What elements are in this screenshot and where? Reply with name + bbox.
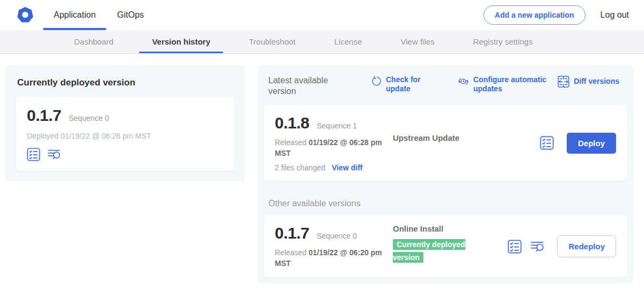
- diff-versions-button[interactable]: Diff versions: [558, 75, 619, 88]
- tab-license-label: License: [334, 37, 362, 46]
- deployed-actions: [27, 148, 223, 161]
- view-config-icon[interactable]: [540, 136, 554, 150]
- tab-view-files[interactable]: View files: [384, 30, 450, 53]
- deploy-button[interactable]: Deploy: [567, 133, 616, 154]
- logout-link[interactable]: Log out: [601, 10, 629, 20]
- available-versions-panel: Latest available version Check for updat…: [258, 66, 633, 284]
- other-source-label: Online Install: [393, 224, 508, 233]
- refresh-icon: [371, 76, 382, 87]
- deployed-version-number: 0.1.7: [27, 106, 61, 125]
- view-logs-icon[interactable]: [47, 148, 62, 161]
- add-application-button[interactable]: Add a new application: [484, 5, 586, 25]
- latest-available-title: Latest available version: [268, 75, 341, 97]
- diff-icon: [558, 76, 569, 88]
- tab-version-history[interactable]: Version history: [136, 30, 226, 53]
- latest-source-column: Upstream Update: [390, 114, 540, 172]
- view-logs-icon[interactable]: [530, 240, 545, 254]
- view-config-icon[interactable]: [508, 240, 522, 254]
- view-config-icon[interactable]: [27, 148, 40, 161]
- tab-dashboard-label: Dashboard: [74, 37, 113, 46]
- currently-deployed-panel: Currently deployed version 0.1.7 Sequenc…: [5, 66, 245, 182]
- other-version-card: 0.1.7 Sequence 0 Released 01/19/22 @ 06:…: [264, 215, 627, 277]
- released-prefix: Released: [275, 138, 309, 147]
- latest-version-number: 0.1.8: [275, 114, 309, 132]
- latest-sequence-label: Sequence 1: [317, 121, 357, 130]
- configure-automatic-updates-button[interactable]: Configure automatic updates: [458, 75, 554, 93]
- tab-application[interactable]: Application: [43, 0, 106, 30]
- other-version-number: 0.1.7: [275, 224, 309, 242]
- primary-nav: Application GitOps: [43, 0, 155, 30]
- currently-deployed-title: Currently deployed version: [17, 77, 234, 88]
- other-version-actions: Redeploy: [508, 224, 616, 269]
- available-header: Latest available version Check for updat…: [268, 75, 623, 97]
- latest-version-actions: Deploy: [540, 114, 616, 172]
- check-for-update-label: Check for update: [386, 75, 425, 93]
- main-content: Currently deployed version 0.1.7 Sequenc…: [0, 54, 644, 284]
- tab-application-label: Application: [54, 10, 96, 20]
- app-subnav: Dashboard Version history Troubleshoot L…: [0, 30, 644, 54]
- tab-view-files-label: View files: [400, 37, 434, 46]
- tab-registry-settings[interactable]: Registry settings: [457, 30, 549, 53]
- app-logo[interactable]: [0, 0, 43, 30]
- latest-source-label: Upstream Update: [393, 133, 540, 142]
- deployed-version-row: 0.1.7 Sequence 0: [27, 106, 223, 125]
- latest-version-info: 0.1.8 Sequence 1 Released 01/19/22 @ 06:…: [275, 114, 390, 172]
- auto-update-clock-icon: [458, 76, 469, 87]
- tab-troubleshoot-label: Troubleshoot: [249, 37, 296, 46]
- configure-automatic-updates-label: Configure automatic updates: [473, 75, 554, 93]
- other-version-info: 0.1.7 Sequence 0 Released 01/19/22 @ 06:…: [275, 224, 390, 269]
- header-right: Add a new application Log out: [484, 0, 644, 30]
- other-available-versions-title: Other available versions: [268, 199, 623, 208]
- view-diff-link[interactable]: View diff: [332, 163, 362, 172]
- tab-gitops[interactable]: GitOps: [106, 0, 155, 30]
- files-changed-label: 2 files changed: [275, 163, 325, 172]
- currently-deployed-badge-wrap: Currently deployed version: [393, 238, 481, 264]
- deployed-timestamp: Deployed 01/19/22 @ 06:26 pm MST: [27, 132, 223, 140]
- latest-released-timestamp: Released 01/19/22 @ 06:28 pm MST: [275, 138, 385, 159]
- tab-license[interactable]: License: [318, 30, 378, 53]
- deployed-sequence-label: Sequence 0: [69, 114, 109, 123]
- other-released-timestamp: Released 01/19/22 @ 06:20 pm MST: [275, 248, 385, 269]
- other-sequence-label: Sequence 0: [317, 232, 357, 240]
- diff-versions-label: Diff versions: [574, 77, 619, 86]
- redeploy-button[interactable]: Redeploy: [557, 235, 616, 257]
- tab-registry-settings-label: Registry settings: [473, 37, 533, 46]
- other-source-column: Online Install Currently deployed versio…: [390, 224, 508, 269]
- currently-deployed-badge: Currently deployed version: [393, 239, 465, 263]
- top-header: Application GitOps Add a new application…: [0, 0, 644, 30]
- latest-version-card: 0.1.8 Sequence 1 Released 01/19/22 @ 06:…: [264, 105, 627, 181]
- tab-dashboard[interactable]: Dashboard: [58, 30, 129, 53]
- check-for-update-button[interactable]: Check for update: [371, 75, 425, 93]
- deployed-version-card: 0.1.7 Sequence 0 Deployed 01/19/22 @ 06:…: [16, 97, 234, 171]
- kots-logo-icon: [16, 6, 34, 24]
- released-prefix: Released: [275, 248, 309, 257]
- tab-gitops-label: GitOps: [117, 10, 144, 20]
- tab-version-history-label: Version history: [152, 37, 210, 46]
- tab-troubleshoot[interactable]: Troubleshoot: [233, 30, 312, 53]
